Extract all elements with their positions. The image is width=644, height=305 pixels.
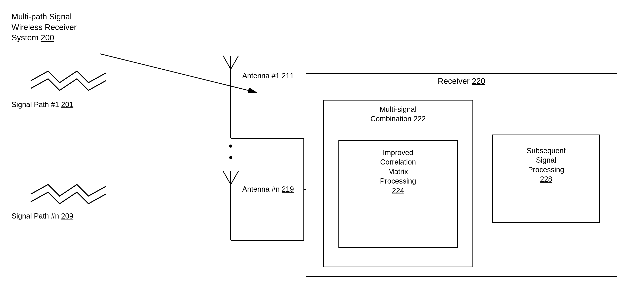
signal-path-n-label: Signal Path #n 209: [12, 211, 73, 221]
signal-path-1-label: Signal Path #1 201: [12, 100, 73, 109]
svg-line-1: [100, 54, 256, 92]
antenna-1-label: Antenna #1 211: [242, 71, 294, 80]
receiver-label: Receiver 220: [306, 76, 617, 86]
svg-line-10: [231, 171, 238, 185]
antenna-n-label: Antenna #n 219: [242, 185, 294, 194]
svg-point-19: [229, 168, 232, 171]
svg-line-3: [223, 56, 231, 69]
svg-line-4: [231, 56, 238, 69]
svg-point-17: [229, 145, 232, 148]
svg-line-9: [223, 171, 231, 185]
svg-point-18: [229, 156, 232, 159]
system-label: Multi-path SignalWireless ReceiverSystem…: [12, 11, 76, 43]
improved-correlation-label: ImprovedCorrelationMatrixProcessing224: [338, 148, 458, 195]
subsequent-label: SubsequentSignalProcessing228: [492, 146, 600, 184]
multi-signal-label: Multi-signalCombination 222: [323, 105, 473, 124]
